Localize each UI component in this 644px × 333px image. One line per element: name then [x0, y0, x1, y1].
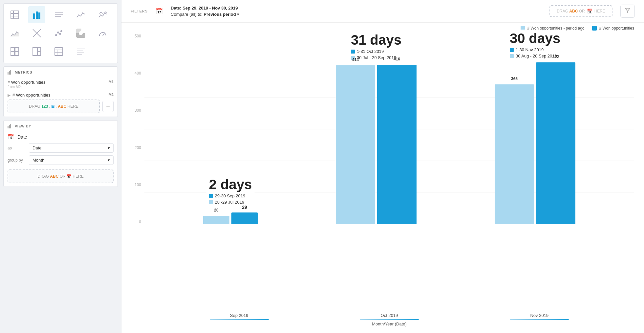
annotation-title-oct: 31 days	[351, 33, 401, 48]
bar-label-sep-dark: 29	[242, 205, 247, 210]
main-area: FILTERS 📅 Date: Sep 29, 2019 - Nov 30, 2…	[121, 0, 644, 333]
metrics-add-row: DRAG 123 , ⊞ , ABC HERE +	[8, 100, 114, 113]
chart-type-scatter[interactable]	[50, 25, 67, 42]
svg-point-14	[57, 32, 59, 33]
chart-type-grid	[3, 3, 118, 63]
viewby-section: VIEW BY 📅 Date as Date ▾ group by Month …	[3, 120, 118, 187]
chart-type-pie[interactable]	[72, 25, 89, 42]
metric-m2-label: # Won opportunities	[12, 93, 50, 98]
legend-dot-dark	[592, 26, 597, 31]
viewby-date-label: Date	[17, 134, 27, 140]
drag-here-text: HERE	[594, 9, 605, 13]
metric-m2-badge: M2	[109, 93, 114, 97]
bar-groups: 2 days 29-30 Sep 2019 28 -29 Jul 2019	[144, 34, 634, 224]
viewby-header: VIEW BY	[8, 124, 114, 128]
bars-row-oct: 414 416	[336, 65, 417, 224]
svg-rect-40	[10, 124, 11, 128]
svg-line-19	[103, 33, 105, 36]
funnel-button[interactable]	[620, 5, 635, 18]
viewby-drag-zone[interactable]: DRAG ABC OR 📅 HERE	[8, 169, 114, 183]
bar-nov-light: 365	[495, 84, 534, 224]
chart-type-table2[interactable]	[50, 43, 67, 60]
svg-rect-37	[10, 70, 11, 75]
metrics-drag-zone[interactable]: DRAG 123 , ⊞ , ABC HERE	[8, 100, 100, 113]
calendar-icon-drag: 📅	[587, 9, 592, 14]
filters-label: FILTERS	[131, 9, 148, 13]
as-select[interactable]: Date ▾	[29, 143, 114, 153]
bar-nov-dark: 422	[536, 62, 575, 224]
chart-type-table[interactable]	[6, 6, 23, 23]
svg-rect-6	[38, 12, 40, 19]
filter-drag-zone[interactable]: DRAG ABC OR 📅 HERE	[549, 5, 612, 17]
svg-point-15	[59, 33, 61, 35]
filter-date-info: Date: Sep 29, 2019 - Nov 30, 2019 Compar…	[171, 5, 239, 18]
legend-current: # Won opportunities	[592, 26, 634, 31]
x-axis-nov: Nov 2019	[510, 313, 569, 320]
x-axis-sep: Sep 2019	[210, 313, 269, 320]
chart-type-line-text[interactable]	[50, 6, 67, 23]
annotation-line-sep-dark: 29-30 Sep 2019	[209, 193, 252, 198]
metric-row-m2: ▶ # Won opportunities M2	[8, 91, 114, 100]
expand-icon-m2[interactable]: ▶	[8, 93, 11, 98]
svg-rect-35	[8, 72, 9, 75]
svg-rect-4	[33, 13, 35, 19]
calendar-icon: 📅	[8, 134, 14, 140]
as-label: as	[8, 146, 26, 150]
x-axis-oct: Oct 2019	[360, 313, 419, 320]
chart-plot: 2 days 29-30 Sep 2019 28 -29 Jul 2019	[144, 34, 634, 224]
svg-rect-21	[15, 48, 19, 51]
svg-point-16	[60, 30, 62, 32]
svg-rect-27	[55, 48, 63, 56]
add-metric-button[interactable]: +	[102, 101, 114, 112]
groupby-label: group by	[8, 158, 26, 163]
chart-type-area2[interactable]	[6, 25, 23, 42]
chart-type-bar[interactable]	[28, 6, 45, 23]
chart-type-area[interactable]	[94, 6, 111, 23]
chart-type-cross[interactable]	[28, 25, 45, 42]
chart-type-gauge[interactable]	[94, 25, 111, 42]
svg-rect-38	[8, 126, 9, 128]
metric-row-m1: # Won opportunities from M2; M1	[8, 78, 114, 91]
bar-group-nov2019: 30 days 1-30 Nov 2019 30 Aug - 28 Sep 20…	[495, 62, 575, 224]
chart-type-textlist[interactable]	[72, 43, 89, 60]
bar-group-oct2019: 31 days 1-31 Oct 2019 30 Jul - 29 Sep 20…	[336, 65, 417, 224]
chart-type-treemap[interactable]	[28, 43, 45, 60]
bar-group-sep2019: 2 days 29-30 Sep 2019 28 -29 Jul 2019	[203, 212, 258, 224]
bar-label-oct-light: 414	[352, 57, 359, 62]
as-select-row: as Date ▾	[8, 142, 114, 154]
metrics-header: METRICS	[8, 70, 114, 75]
calendar-icon-filter: 📅	[156, 8, 163, 15]
y-axis: 500 400 300 200 100 0	[128, 34, 144, 224]
annotation-sep: 2 days 29-30 Sep 2019 28 -29 Jul 2019	[206, 176, 255, 206]
legend-label-current: # Won opportunities	[599, 26, 634, 31]
chart-type-blocks[interactable]	[6, 43, 23, 60]
svg-rect-0	[11, 11, 19, 19]
metric-m1-badge: M1	[109, 80, 114, 84]
chart-type-line[interactable]	[72, 6, 89, 23]
svg-rect-25	[37, 48, 41, 51]
viewby-date-row: 📅 Date	[8, 132, 114, 142]
bar-oct-dark: 416	[377, 65, 417, 224]
svg-rect-39	[9, 125, 10, 128]
x-label-sep: Sep 2019	[230, 313, 248, 318]
x-axis-title: Month/Year (Date)	[144, 320, 634, 326]
bar-label-sep-light: 20	[214, 208, 218, 212]
groupby-select-row: group by Month ▾	[8, 154, 114, 166]
bars-row-nov: 365 422	[495, 62, 575, 224]
svg-point-13	[55, 34, 57, 36]
groupby-select[interactable]: Month ▾	[29, 155, 114, 165]
annotation-title-sep: 2 days	[209, 177, 252, 192]
annotation-line-nov-dark: 1-30 Nov 2019	[510, 47, 560, 52]
chart-container: # Won opportunities - period ago # Won o…	[121, 23, 644, 333]
metric-m1-sub: from M2;	[8, 85, 45, 89]
bar-label-oct-dark: 416	[394, 57, 400, 61]
svg-rect-24	[33, 48, 37, 56]
filter-bar: FILTERS 📅 Date: Sep 29, 2019 - Nov 30, 2…	[121, 0, 644, 23]
svg-marker-41	[625, 8, 630, 13]
metric-m1-label: # Won opportunities	[8, 80, 45, 85]
svg-rect-26	[37, 52, 41, 56]
sidebar: METRICS # Won opportunities from M2; M1 …	[0, 0, 121, 333]
svg-rect-22	[11, 52, 14, 56]
annotation-title-nov: 30 days	[510, 31, 560, 46]
bar-label-nov-dark: 422	[552, 55, 559, 59]
